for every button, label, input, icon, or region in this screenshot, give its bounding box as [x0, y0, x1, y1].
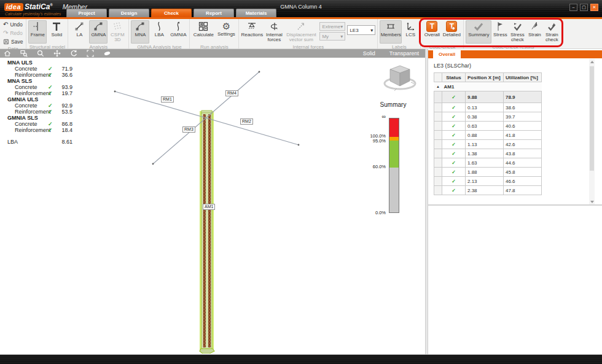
redo-button[interactable]: ↷Redo	[2, 29, 24, 37]
undo-icon: ↶	[3, 21, 8, 28]
frame-icon	[31, 21, 44, 32]
utilization-table: Status Position X [m] Utilization [%] ▲ …	[434, 72, 542, 195]
tab-overall[interactable]: Overall	[433, 50, 461, 58]
member-label-am1[interactable]: AM1	[203, 204, 215, 210]
strain-check-button[interactable]: Strain check	[543, 20, 560, 44]
right-panel-tabstrip: Overall	[428, 50, 602, 58]
legend-tick-95: 95.0%	[344, 138, 386, 144]
check-icon: ✓	[48, 84, 57, 90]
displacement-vector-sum-button[interactable]: Displacement vector sum	[285, 20, 317, 44]
save-button[interactable]: Save	[2, 37, 24, 45]
summary-button[interactable]: Summary	[466, 20, 491, 44]
table-scrollbar[interactable]	[589, 59, 595, 205]
zoom-window-icon[interactable]	[20, 50, 28, 57]
lcs-icon	[404, 21, 416, 32]
table-row[interactable]: ✓ 1.3843.8	[434, 149, 542, 158]
stress-button[interactable]: Stress	[492, 20, 508, 44]
zoom-icon[interactable]	[37, 50, 44, 57]
overall-button[interactable]: T Overall	[423, 20, 441, 44]
reactions-icon	[246, 21, 258, 32]
scrollbar-thumb[interactable]	[590, 66, 594, 171]
rotate-icon[interactable]	[70, 50, 77, 57]
mna-button[interactable]: MNA	[131, 20, 149, 44]
strain-check-icon	[545, 21, 558, 32]
members-button[interactable]: Members	[380, 20, 402, 44]
minimize-button[interactable]: –	[569, 4, 577, 11]
clipping-icon[interactable]	[103, 50, 111, 57]
table-row[interactable]: ✓ 1.1342.6	[434, 140, 542, 149]
check-icon: ✓	[48, 127, 57, 133]
reactions-button[interactable]: Reactions	[241, 20, 263, 44]
member-label-rm1[interactable]: RM1	[161, 96, 174, 103]
detailed-icon: T	[446, 21, 457, 32]
check-icon: ✓	[48, 90, 57, 96]
table-row[interactable]: ✓ 1.6344.6	[434, 158, 542, 168]
load-case-dropdown[interactable]: LE3▾	[347, 25, 375, 35]
solid-icon	[50, 21, 63, 32]
tab-check[interactable]: Check	[151, 9, 192, 17]
table-group-row[interactable]: ▲ AM1	[434, 82, 542, 91]
strain-button[interactable]: Strain	[526, 20, 542, 44]
transparent-mode-button[interactable]: Transparent	[387, 50, 421, 56]
status-check-icon: ✓	[442, 91, 466, 103]
column-member	[200, 110, 214, 354]
internal-forces-button[interactable]: Internal forces	[264, 20, 284, 44]
detailed-button[interactable]: T Detailed	[442, 20, 461, 44]
table-row[interactable]: ✓ 0.6340.6	[434, 122, 542, 131]
check-icon: ✓	[48, 72, 57, 78]
table-row[interactable]: ✓ 1.8845.8	[434, 168, 542, 177]
home-view-icon[interactable]	[4, 50, 11, 57]
lba-button[interactable]: LBA	[150, 20, 168, 44]
scroll-up-icon[interactable]	[590, 61, 594, 63]
collapse-icon: ▲	[434, 82, 442, 91]
legend-tick-60: 60.0%	[344, 164, 386, 169]
close-button[interactable]: ✕	[590, 4, 598, 11]
panel-divider[interactable]	[428, 204, 602, 206]
gmna-button[interactable]: GMNA	[89, 20, 108, 44]
csfm-3d-icon	[111, 21, 123, 32]
legend-color-bar	[389, 118, 399, 213]
ribbon-group-run-analysis: Calculate ⚙ Settings Run analysis	[190, 19, 239, 48]
gmnia-button[interactable]: GMNIA	[169, 20, 187, 44]
gear-icon: ⚙	[222, 21, 230, 31]
table-row[interactable]: ✓ 0.8841.8	[434, 131, 542, 140]
status-check-icon: ✓	[442, 168, 466, 177]
member-label-rm4[interactable]: RM4	[225, 90, 238, 96]
bottom-status-bar	[0, 354, 602, 364]
legend-title: Summary	[373, 101, 413, 108]
ribbon-group-gmna-type: MNA LBA GMNIA GMNA Analysis type	[129, 19, 190, 48]
calculate-button[interactable]: Calculate	[192, 20, 215, 44]
scroll-down-icon[interactable]	[590, 201, 594, 203]
tab-project[interactable]: Project	[66, 9, 107, 17]
members-icon	[385, 21, 397, 32]
pan-icon[interactable]	[53, 50, 61, 57]
solid-button[interactable]: Solid	[47, 20, 66, 44]
frame-button[interactable]: Frame	[28, 20, 47, 44]
settings-button[interactable]: ⚙ Settings	[216, 20, 237, 44]
component-dropdown[interactable]: My▾	[319, 32, 345, 41]
extreme-dropdown[interactable]: Extreme▾	[319, 22, 345, 31]
table-row[interactable]: ✓ 9.8878.9	[434, 91, 542, 103]
tab-design[interactable]: Design	[109, 9, 149, 17]
fit-view-icon[interactable]	[87, 50, 94, 57]
canvas-3d[interactable]: RM1 RM4 RM2 RM3 AM1 MNA ULS Concrete✓71.…	[0, 58, 425, 354]
stress-check-button[interactable]: Stress check	[509, 20, 526, 44]
table-row[interactable]: ✓ 2.1346.6	[434, 177, 542, 186]
maximize-button[interactable]: ▢	[580, 4, 588, 11]
solid-mode-button[interactable]: Solid	[361, 50, 378, 56]
summary-check-icon	[472, 21, 485, 32]
table-row[interactable]: ✓ 2.3847.8	[434, 186, 542, 195]
navigation-cube[interactable]	[382, 61, 418, 93]
lcs-button[interactable]: LCS	[402, 20, 418, 44]
lba-icon	[153, 21, 165, 32]
tab-materials[interactable]: Materials	[236, 9, 276, 17]
member-label-rm2[interactable]: RM2	[240, 118, 253, 125]
tab-report[interactable]: Report	[194, 9, 234, 17]
member-label-rm3[interactable]: RM3	[182, 126, 195, 133]
undo-button[interactable]: ↶Undo	[2, 20, 24, 28]
csfm-3d-button[interactable]: CSFM 3D	[108, 20, 127, 44]
table-row[interactable]: ✓ 0.1338.6	[434, 103, 542, 112]
status-check-icon: ✓	[442, 140, 466, 149]
table-row[interactable]: ✓ 0.3839.7	[434, 112, 542, 122]
la-button[interactable]: LA	[70, 20, 88, 44]
